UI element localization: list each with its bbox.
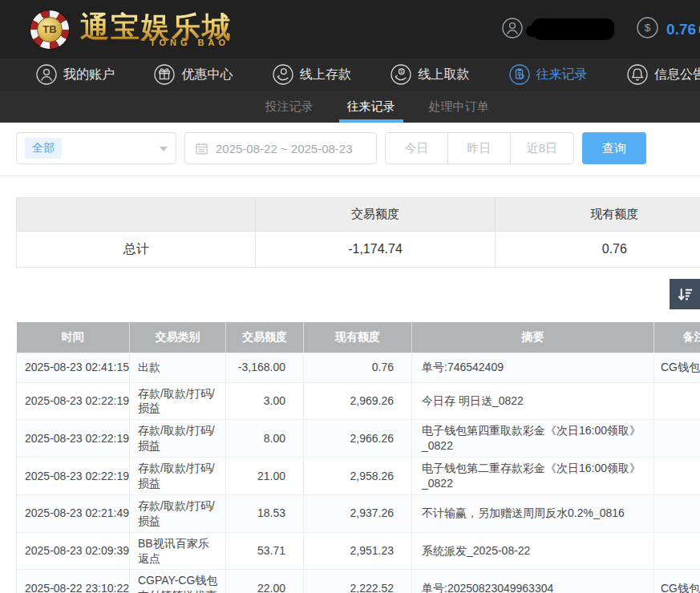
last-8-days-button[interactable]: 近8日 [511,133,573,163]
nav-item-promotions[interactable]: 优惠中心 [154,64,233,85]
cell-type: 存款/取款/打码/损益 [130,458,226,495]
user-avatar-icon[interactable] [502,18,523,42]
nav-label: 线上取款 [418,67,469,83]
cell-summary: 不计输赢，另加赠送周周反水0.2%_0816 [412,494,654,532]
tab-transaction-records[interactable]: 往来记录 [344,91,399,123]
cell-type: CGPAY-CG钱包支付笔笔送优惠 [130,570,226,593]
search-button[interactable]: 查询 [582,132,646,164]
type-select[interactable]: 全部 [16,132,176,164]
records-table: 时间 交易类别 交易额度 现有额度 摘要 备注 2025-08-23 02:41… [16,322,700,593]
tab-pending-orders[interactable]: 处理中订单 [426,91,492,123]
nav-label: 线上存款 [300,67,351,83]
table-row[interactable]: 2025-08-23 02:21:49 存款/取款/打码/损益 18.53 2,… [17,494,700,532]
cell-time: 2025-08-22 23:10:22 [17,570,130,593]
cell-summary: 单号:746542409 [412,353,654,382]
records-icon [509,64,530,85]
account-area: $ 0.76 R [502,17,700,42]
today-button[interactable]: 今日 [386,133,448,163]
cell-remark [654,420,700,458]
yesterday-button[interactable]: 昨日 [448,133,511,163]
cell-summary: 今日存 明日送_0822 [412,382,654,420]
sub-tab-bar: 投注记录 往来记录 处理中订单 [0,91,700,123]
chip-monogram: TB [37,17,63,42]
cell-balance: 2,951.23 [304,532,412,570]
date-range-input[interactable]: 2025-08-22 ~ 2025-08-23 [184,132,377,164]
cell-type: 存款/取款/打码/损益 [130,494,226,532]
nav-item-withdraw[interactable]: $ 线上取款 [390,64,469,85]
summary-header-balance: 现有额度 [495,198,700,232]
records-header-row: 时间 交易类别 交易额度 现有额度 摘要 备注 [17,322,700,353]
cell-remark [654,382,700,420]
cell-amount: 3.00 [226,382,304,420]
cell-amount: 22.00 [226,570,304,593]
balance-coin-icon[interactable]: $ [637,17,658,42]
summary-total-label: 总计 [17,232,256,268]
chevron-down-icon [160,147,168,155]
nav-item-deposit[interactable]: 线上存款 [273,64,351,85]
main-nav: 我的账户 优惠中心 线上存款 $ 线上取款 [0,58,700,91]
cell-type: 出款 [130,353,226,382]
cell-remark [654,532,700,570]
table-row[interactable]: 2025-08-23 02:22:19 存款/取款/打码/损益 3.00 2,9… [17,382,700,420]
cell-balance: 2,222.52 [304,570,412,593]
cell-time: 2025-08-23 02:22:19 [17,420,130,458]
cell-remark [654,458,700,495]
nav-label: 我的账户 [63,67,115,83]
svg-text:$: $ [400,69,403,74]
cell-amount: 8.00 [226,420,304,458]
username-redacted [531,18,614,40]
cell-time: 2025-08-23 02:09:39 [17,532,130,570]
cell-balance: 2,937.26 [304,494,412,532]
sort-descending-button[interactable] [670,279,700,309]
cell-time: 2025-08-23 02:22:19 [17,382,130,420]
cell-balance: 2,958.26 [304,458,412,495]
cell-balance: 0.76 [304,353,412,382]
nav-item-my-account[interactable]: 我的账户 [36,64,115,85]
cell-summary: 系统派发_2025-08-22 [412,532,654,570]
tab-bet-records[interactable]: 投注记录 [262,91,317,123]
logo-subtitle: TONG BAO [150,38,233,47]
summary-header-row: 交易额度 现有额度 [17,198,700,232]
cell-balance: 2,966.26 [304,420,412,458]
logo[interactable]: TB 通宝娱乐城 TONG BAO [30,10,233,49]
cell-type: 存款/取款/打码/损益 [130,382,226,420]
deposit-icon [273,64,293,85]
summary-header-empty [17,198,256,232]
col-summary: 摘要 [412,322,654,353]
nav-label: 信息公告 [654,67,700,83]
svg-text:$: $ [645,22,651,34]
cell-time: 2025-08-23 02:41:15 [17,353,130,382]
table-row[interactable]: 2025-08-22 23:10:22 CGPAY-CG钱包支付笔笔送优惠 22… [17,570,700,593]
logo-title: 通宝娱乐城 [80,12,233,41]
cell-remark [654,494,700,532]
cell-remark: CG钱包-24 [654,353,700,382]
table-row[interactable]: 2025-08-23 02:09:39 BB视讯百家乐返点 53.71 2,95… [17,532,700,570]
nav-item-announcements[interactable]: 信息公告 [627,64,700,85]
sort-row [0,279,700,309]
col-remark: 备注 [654,322,700,353]
cell-summary: 单号:20250823049963304 [412,570,654,593]
page: TB 通宝娱乐城 TONG BAO $ 0.76 R [0,0,700,593]
col-balance: 现有额度 [304,322,412,353]
table-row[interactable]: 2025-08-23 02:22:19 存款/取款/打码/损益 8.00 2,9… [17,420,700,458]
cell-remark: CG钱包 [654,570,700,593]
logo-text: 通宝娱乐城 TONG BAO [80,12,233,47]
table-row[interactable]: 2025-08-23 02:22:19 存款/取款/打码/损益 21.00 2,… [17,458,700,495]
user-icon [36,64,57,85]
nav-label: 优惠中心 [181,67,233,83]
col-amount: 交易额度 [226,322,304,353]
summary-header-transaction: 交易额度 [256,198,495,232]
cell-time: 2025-08-23 02:21:49 [17,494,130,532]
nav-label: 往来记录 [536,67,588,83]
withdraw-icon: $ [390,64,411,85]
balance-amount[interactable]: 0.76 [666,21,696,38]
casino-chip-icon: TB [30,10,69,49]
table-row[interactable]: 2025-08-23 02:41:15 出款 -3,168.00 0.76 单号… [17,353,700,382]
summary-transaction-total: -1,174.74 [256,232,495,268]
cell-time: 2025-08-23 02:22:19 [17,458,130,495]
nav-item-transaction-records[interactable]: 往来记录 [509,64,588,85]
col-time: 时间 [17,322,130,353]
type-select-tag[interactable]: 全部 [25,138,62,159]
cell-amount: 53.71 [226,532,304,570]
quick-range-group: 今日 昨日 近8日 [385,132,574,164]
